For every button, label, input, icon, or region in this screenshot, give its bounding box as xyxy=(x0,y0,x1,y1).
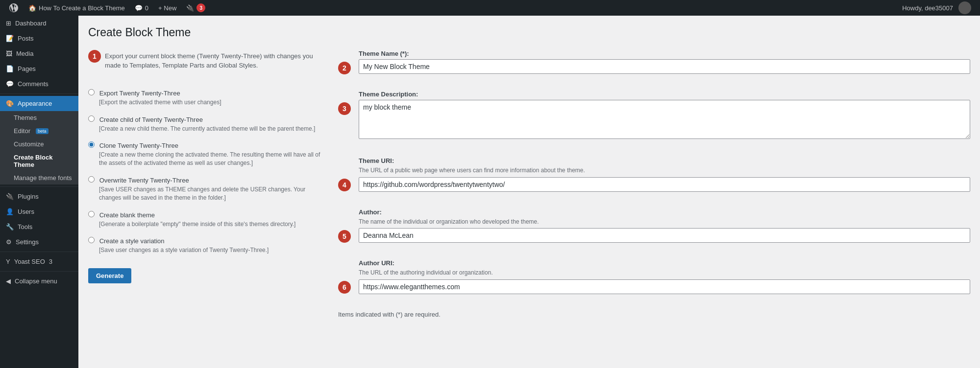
settings-icon: ⚙ xyxy=(6,238,12,246)
comments-adminbar[interactable]: 💬 0 xyxy=(130,0,153,16)
wp-logo[interactable] xyxy=(4,0,24,16)
radio-export: Export Twenty Twenty-Three [Export the a… xyxy=(88,89,323,107)
theme-name-input[interactable] xyxy=(359,59,970,74)
radio-clone-label[interactable]: Clone Twenty Twenty-Three xyxy=(88,142,178,149)
radio-clone: Clone Twenty Twenty-Three [Create a new … xyxy=(88,141,323,167)
theme-desc-textarea[interactable]: my block theme xyxy=(359,100,970,139)
radio-style-variation-input[interactable] xyxy=(88,237,95,243)
radio-blank: Create blank theme [Generate a boilerpla… xyxy=(88,211,323,229)
author-label: Author: xyxy=(359,208,970,216)
form-layout: 1 Export your current block theme (Twent… xyxy=(88,50,970,318)
theme-name-label: Theme Name (*): xyxy=(359,50,970,57)
comment-icon: 💬 xyxy=(135,4,143,12)
radio-child-desc: [Create a new child theme. The currently… xyxy=(99,125,323,133)
step-4-badge: 4 xyxy=(338,179,351,191)
step-3-badge: 3 xyxy=(338,102,351,115)
sidebar-item-users[interactable]: 👤 Users xyxy=(0,204,78,219)
theme-name-form-field: Theme Name (*): xyxy=(359,50,970,74)
author-field: Author: The name of the individual or or… xyxy=(359,208,970,252)
admin-bar: 🏠 How To Create a Block Theme 💬 0 + New … xyxy=(0,0,980,16)
theme-desc-form-field: Theme Description: my block theme xyxy=(359,91,970,140)
collapse-menu-button[interactable]: ◀ Collapse menu xyxy=(0,274,78,289)
howdy-user[interactable]: Howdy, dee35007 xyxy=(897,0,976,16)
new-content[interactable]: + New xyxy=(153,0,181,16)
radio-style-variation: Create a style variation [Save user chan… xyxy=(88,237,323,254)
pages-icon: 📄 xyxy=(6,65,14,72)
appearance-icon: 🎨 xyxy=(6,100,14,107)
author-uri-field: Author URI: The URL of the authoring ind… xyxy=(359,259,970,303)
sidebar-item-pages[interactable]: 📄 Pages xyxy=(0,61,78,76)
radio-style-variation-label[interactable]: Create a style variation xyxy=(88,237,165,245)
sidebar-item-appearance[interactable]: 🎨 Appearance xyxy=(0,96,78,111)
users-icon: 👤 xyxy=(6,208,14,215)
separator-4 xyxy=(0,271,78,272)
dashboard-icon: ⊞ xyxy=(6,20,11,27)
media-icon: 🖼 xyxy=(6,50,12,57)
sidebar-item-create-block-theme[interactable]: Create Block Theme xyxy=(0,151,78,171)
radio-export-input[interactable] xyxy=(88,89,95,95)
radio-blank-label[interactable]: Create blank theme xyxy=(88,211,155,219)
radio-blank-input[interactable] xyxy=(88,211,95,217)
radio-style-variation-desc: [Save user changes as a style variation … xyxy=(99,246,323,254)
theme-uri-field: Theme URI: The URL of a public web page … xyxy=(359,157,970,201)
sidebar-item-settings[interactable]: ⚙ Settings xyxy=(0,234,78,250)
posts-icon: 📝 xyxy=(6,35,14,42)
site-name[interactable]: 🏠 How To Create a Block Theme xyxy=(24,0,130,16)
tools-icon: 🔧 xyxy=(6,223,14,230)
step-2-badge: 2 xyxy=(338,62,351,74)
sidebar-item-media[interactable]: 🖼 Media xyxy=(0,46,78,61)
left-column: 1 Export your current block theme (Twent… xyxy=(88,50,323,283)
author-uri-label: Author URI: xyxy=(359,259,970,267)
separator xyxy=(0,93,78,94)
beta-badge: beta xyxy=(36,128,49,134)
step-5-badge: 5 xyxy=(338,230,351,243)
page-title: Create Block Theme xyxy=(88,25,970,40)
theme-uri-label: Theme URI: xyxy=(359,157,970,164)
radio-overwrite: Overwrite Twenty Twenty-Three [Save USER… xyxy=(88,176,323,202)
description-text: Export your current block theme (Twenty … xyxy=(105,51,323,70)
sidebar-item-manage-fonts[interactable]: Manage theme fonts xyxy=(0,171,78,184)
author-uri-input[interactable] xyxy=(359,279,970,294)
page-wrap: Create Block Theme 1 Export your current… xyxy=(88,25,970,318)
step-1-badge: 1 xyxy=(88,50,101,63)
required-note: Items indicated with (*) are required. xyxy=(338,311,970,318)
sidebar-item-yoast[interactable]: Y Yoast SEO 3 xyxy=(0,254,78,269)
sidebar-item-plugins[interactable]: 🔌 Plugins xyxy=(0,189,78,204)
generate-button[interactable]: Generate xyxy=(88,268,131,283)
separator-2 xyxy=(0,186,78,187)
home-icon: 🏠 xyxy=(28,4,36,12)
radio-export-desc: [Export the activated theme with user ch… xyxy=(99,98,323,107)
theme-uri-desc: The URL of a public web page where users… xyxy=(359,166,970,175)
appearance-submenu: Themes Editor beta Customize Create Bloc… xyxy=(0,111,78,184)
collapse-icon: ◀ xyxy=(6,277,11,285)
sidebar-item-comments[interactable]: 💬 Comments xyxy=(0,76,78,92)
radio-export-label[interactable]: Export Twenty Twenty-Three xyxy=(88,90,180,97)
step-6-badge: 6 xyxy=(338,281,351,294)
sidebar-item-themes[interactable]: Themes xyxy=(0,111,78,124)
author-uri-form-field: Author URI: The URL of the authoring ind… xyxy=(359,259,970,294)
comments-icon: 💬 xyxy=(6,80,14,88)
radio-overwrite-input[interactable] xyxy=(88,176,95,183)
plugin-adminbar[interactable]: 🔌 3 xyxy=(181,0,210,16)
author-input[interactable] xyxy=(359,228,970,243)
sidebar-item-editor[interactable]: Editor beta xyxy=(0,124,78,138)
radio-child-input[interactable] xyxy=(88,115,95,122)
radio-overwrite-label[interactable]: Overwrite Twenty Twenty-Three xyxy=(88,177,189,184)
radio-clone-desc: [Create a new theme cloning the activate… xyxy=(99,151,323,167)
sidebar-item-customize[interactable]: Customize xyxy=(0,138,78,151)
plugin-icon: 🔌 xyxy=(186,4,194,12)
theme-desc-field: Theme Description: my block theme xyxy=(359,91,970,149)
sidebar: ⊞ Dashboard 📝 Posts 🖼 Media 📄 Pages 💬 Co… xyxy=(0,16,78,368)
radio-clone-input[interactable] xyxy=(88,141,95,148)
radio-child-label[interactable]: Create child of Twenty Twenty-Three xyxy=(88,116,203,123)
radio-overwrite-desc: [Save USER changes as THEME changes and … xyxy=(99,185,323,202)
right-column: 2 Theme Name (*): 3 T xyxy=(338,50,970,318)
theme-uri-form-field: Theme URI: The URL of a public web page … xyxy=(359,157,970,192)
sidebar-item-dashboard[interactable]: ⊞ Dashboard xyxy=(0,16,78,31)
sidebar-item-tools[interactable]: 🔧 Tools xyxy=(0,219,78,234)
theme-name-field: Theme Name (*): xyxy=(359,50,970,83)
theme-uri-input[interactable] xyxy=(359,177,970,192)
avatar xyxy=(958,1,971,14)
sidebar-item-posts[interactable]: 📝 Posts xyxy=(0,31,78,46)
author-desc: The name of the individual or organizati… xyxy=(359,218,970,226)
